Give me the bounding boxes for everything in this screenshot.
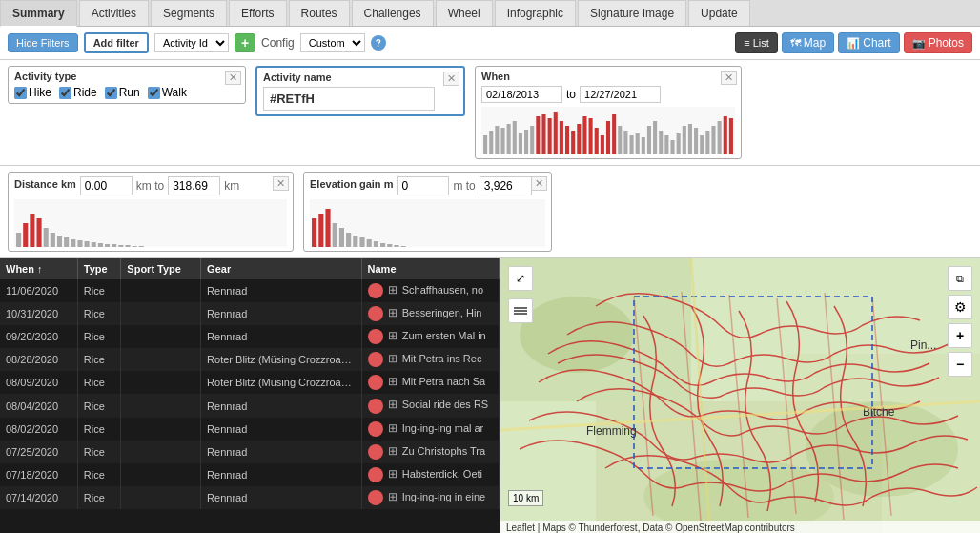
help-icon[interactable]: ? (371, 35, 386, 51)
table-row[interactable]: 09/20/2020 Rice Rennrad ⊞ Zum ersten Mal… (0, 325, 500, 348)
when-title: When (481, 71, 735, 82)
table-row[interactable]: 08/04/2020 Rice Rennrad ⊞ Social ride de… (0, 394, 500, 417)
cell-when: 09/20/2020 (0, 325, 77, 348)
activity-type-close[interactable]: ✕ (225, 71, 241, 85)
cell-type: Rice (77, 348, 121, 371)
col-gear[interactable]: Gear (201, 258, 361, 279)
svg-rect-76 (387, 244, 392, 247)
col-when[interactable]: When ↑ (0, 258, 77, 279)
svg-rect-21 (601, 135, 604, 154)
cell-sport (121, 486, 201, 509)
svg-rect-63 (139, 246, 144, 247)
cell-sport (121, 463, 201, 486)
when-close[interactable]: ✕ (721, 71, 737, 85)
distance-filter-row: Distance km km to km (14, 176, 287, 195)
elevation-m-label1: m to (453, 179, 475, 193)
activity-link-icon: ⊞ (388, 306, 398, 319)
cell-gear: Roter Blitz (Müsing Crozzroad Disk) (201, 348, 361, 371)
map-zoom-out[interactable]: − (948, 352, 972, 377)
svg-rect-32 (664, 135, 668, 154)
svg-rect-33 (670, 140, 674, 154)
when-filter: ✕ When to (475, 66, 742, 159)
table-row[interactable]: 08/02/2020 Rice Rennrad ⊞ Ing-ing-ing ma… (0, 418, 500, 441)
ride-checkbox-label[interactable]: Ride (59, 86, 97, 99)
tab-signature[interactable]: Signature Image (578, 0, 686, 26)
distance-from-input[interactable] (80, 176, 133, 195)
cell-sport (121, 394, 201, 417)
tab-update[interactable]: Update (688, 0, 750, 26)
cell-name: ⊞ Schaffhausen, no (361, 279, 499, 302)
tab-bar: Summary Activities Segments Efforts Rout… (0, 0, 980, 27)
svg-rect-25 (623, 131, 627, 154)
distance-to-input[interactable] (168, 176, 220, 195)
ride-label: Ride (73, 86, 97, 99)
table-row[interactable]: 07/25/2020 Rice Rennrad ⊞ Zu Christophs … (0, 441, 500, 463)
hike-checkbox-label[interactable]: Hike (14, 86, 51, 99)
activity-icon (368, 444, 383, 460)
list-view-button[interactable]: ≡ List (735, 32, 778, 53)
photos-view-button[interactable]: 📷 Photos (904, 32, 972, 53)
svg-rect-66 (318, 214, 323, 247)
table-row[interactable]: 08/09/2020 Rice Roter Blitz (Müsing Croz… (0, 371, 500, 394)
map-view-button[interactable]: 🗺 Map (782, 32, 834, 53)
activity-name-input[interactable] (263, 87, 435, 111)
run-checkbox-label[interactable]: Run (105, 86, 140, 99)
svg-rect-4 (500, 128, 504, 154)
distance-close[interactable]: ✕ (273, 176, 289, 191)
elevation-to-input[interactable] (480, 176, 532, 195)
hide-filters-button[interactable]: Hide Filters (8, 33, 78, 52)
svg-rect-1 (483, 135, 487, 154)
add-filter-plus-button[interactable]: + (235, 33, 255, 52)
tab-routes[interactable]: Routes (289, 0, 350, 26)
ride-checkbox[interactable] (59, 87, 71, 99)
table-row[interactable]: 08/28/2020 Rice Roter Blitz (Müsing Croz… (0, 348, 500, 371)
elevation-close[interactable]: ✕ (531, 176, 547, 191)
col-name[interactable]: Name (361, 258, 499, 279)
walk-label: Walk (162, 86, 187, 99)
svg-rect-75 (380, 243, 385, 247)
table-row[interactable]: 10/31/2020 Rice Rennrad ⊞ Besseringen, H… (0, 302, 500, 325)
tab-activities[interactable]: Activities (79, 0, 149, 26)
svg-rect-58 (105, 244, 110, 247)
layers-button[interactable] (508, 298, 533, 323)
activity-name-close[interactable]: ✕ (443, 72, 459, 86)
table-row[interactable]: 11/06/2020 Rice Rennrad ⊞ Schaffhausen, … (0, 279, 500, 302)
col-sport-type[interactable]: Sport Type (121, 258, 201, 279)
chart-view-button[interactable]: 📊 Chart (838, 32, 899, 53)
tab-efforts[interactable]: Efforts (229, 0, 286, 26)
tab-segments[interactable]: Segments (151, 0, 227, 26)
walk-checkbox[interactable] (148, 87, 160, 99)
tab-wheel[interactable]: Wheel (436, 0, 493, 26)
svg-rect-53 (71, 239, 75, 247)
tab-infographic[interactable]: Infographic (495, 0, 576, 26)
svg-rect-69 (339, 228, 344, 247)
when-to-input[interactable] (580, 86, 661, 103)
map-area: Pin... Bitche Flemming ⤢ ⧉ ⚙ + − 10 km L… (500, 258, 980, 533)
tab-summary[interactable]: Summary (0, 0, 77, 27)
svg-rect-78 (401, 246, 406, 247)
tab-challenges[interactable]: Challenges (352, 0, 434, 26)
cell-type: Rice (77, 441, 121, 463)
activity-icon (368, 421, 383, 437)
run-checkbox[interactable] (105, 87, 117, 99)
map-settings-button[interactable]: ⚙ (948, 295, 972, 319)
walk-checkbox-label[interactable]: Walk (148, 86, 187, 99)
map-zoom-in[interactable]: + (948, 323, 972, 348)
cell-type: Rice (77, 279, 121, 302)
expand-button[interactable]: ⤢ (508, 266, 533, 291)
svg-rect-18 (582, 116, 586, 154)
table-row[interactable]: 07/18/2020 Rice Rennrad ⊞ Habsterdick, O… (0, 463, 500, 486)
map-copy-button[interactable]: ⧉ (948, 266, 972, 291)
when-from-input[interactable] (481, 86, 562, 103)
activity-icon (368, 375, 383, 390)
svg-point-83 (520, 297, 634, 373)
table-row[interactable]: 07/14/2020 Rice Rennrad ⊞ Ing-ing-ing in… (0, 486, 500, 509)
add-filter-button[interactable]: Add filter (84, 32, 149, 53)
cell-name: ⊞ Social ride des RS (361, 394, 499, 417)
col-type[interactable]: Type (77, 258, 121, 279)
elevation-from-input[interactable] (397, 176, 449, 195)
filter-type-select[interactable]: Activity Id (154, 33, 229, 52)
cell-sport (121, 325, 201, 348)
config-select[interactable]: Custom (300, 33, 365, 52)
hike-checkbox[interactable] (14, 87, 27, 99)
